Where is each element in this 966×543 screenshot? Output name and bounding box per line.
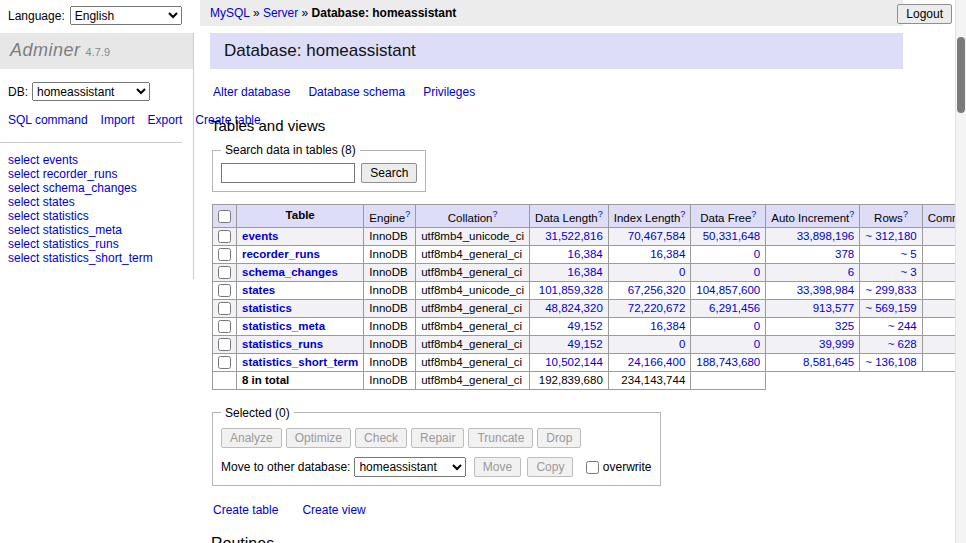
data-free-link[interactable]: 6,291,456	[709, 302, 760, 314]
db-select[interactable]: homeassistant	[32, 82, 150, 101]
data-length-link[interactable]: 49,152	[568, 320, 603, 332]
auto-increment-link[interactable]: 33,398,984	[797, 284, 855, 296]
breadcrumb-link-server[interactable]: Server	[263, 6, 298, 20]
index-length-link[interactable]: 16,384	[650, 320, 685, 332]
overwrite-checkbox[interactable]	[586, 461, 599, 474]
table-link-statistics-short-term[interactable]: statistics_short_term	[242, 356, 358, 368]
analyze-button[interactable]: Analyze	[221, 428, 282, 448]
scrollbar-thumb[interactable]	[957, 37, 965, 113]
rows-count-link[interactable]: ~ 136,108	[865, 356, 916, 368]
rows-count-link[interactable]: ~ 299,833	[865, 284, 916, 296]
index-length-link[interactable]: 0	[679, 266, 685, 278]
index-length-link[interactable]: 24,166,400	[628, 356, 686, 368]
row-checkbox[interactable]	[218, 320, 231, 333]
index-length-link[interactable]: 72,220,672	[628, 302, 686, 314]
create-table-link[interactable]: Create table	[213, 503, 278, 517]
index-length-link[interactable]: 70,467,584	[628, 230, 686, 242]
check-button[interactable]: Check	[355, 428, 407, 448]
auto-increment-link[interactable]: 325	[835, 320, 854, 332]
auto-increment-link[interactable]: 33,898,196	[797, 230, 855, 242]
optimize-button[interactable]: Optimize	[286, 428, 351, 448]
data-length-link[interactable]: 10,502,144	[545, 356, 603, 368]
index-length-link[interactable]: 0	[679, 338, 685, 350]
alter-database-link[interactable]: Alter database	[213, 85, 290, 99]
auto-increment-link[interactable]: 6	[848, 266, 854, 278]
privileges-link[interactable]: Privileges	[423, 85, 475, 99]
row-checkbox[interactable]	[218, 338, 231, 351]
rows-count-link[interactable]: ~ 628	[888, 338, 917, 350]
repair-button[interactable]: Repair	[411, 428, 464, 448]
move-db-select[interactable]: homeassistant	[354, 457, 466, 477]
help-link[interactable]: ?	[849, 209, 854, 219]
move-button[interactable]: Move	[474, 457, 521, 477]
row-checkbox[interactable]	[218, 284, 231, 297]
table-link-statistics[interactable]: statistics	[242, 302, 292, 314]
help-link[interactable]: ?	[405, 209, 410, 219]
select-all-checkbox[interactable]	[218, 210, 231, 223]
table-link-statistics-runs[interactable]: statistics_runs	[242, 338, 323, 350]
rows-count-link[interactable]: ~ 312,180	[865, 230, 916, 242]
auto-increment-link[interactable]: 378	[835, 248, 854, 260]
auto-increment-link[interactable]: 8,581,645	[803, 356, 854, 368]
sidebar-item-recorder-runs[interactable]: select recorder_runs	[8, 167, 185, 181]
rows-count-link[interactable]: ~ 244	[888, 320, 917, 332]
database-schema-link[interactable]: Database schema	[308, 85, 405, 99]
rows-count-link[interactable]: ~ 569,159	[865, 302, 916, 314]
sidebar-item-statistics[interactable]: select statistics	[8, 209, 185, 223]
table-link-recorder-runs[interactable]: recorder_runs	[242, 248, 320, 260]
drop-button[interactable]: Drop	[537, 428, 581, 448]
copy-button[interactable]: Copy	[527, 457, 573, 477]
data-free-link[interactable]: 0	[754, 248, 760, 260]
index-length-link[interactable]: 16,384	[650, 248, 685, 260]
table-link-events[interactable]: events	[242, 230, 278, 242]
sidebar-item-statistics-short-term[interactable]: select statistics_short_term	[8, 251, 185, 265]
data-length-link[interactable]: 16,384	[568, 266, 603, 278]
brand-name[interactable]: Adminer	[10, 40, 81, 60]
data-free-link[interactable]: 188,743,680	[696, 356, 760, 368]
index-length-link[interactable]: 67,256,320	[628, 284, 686, 296]
rows-count-link[interactable]: ~ 3	[900, 266, 916, 278]
row-checkbox[interactable]	[218, 230, 231, 243]
sidebar-item-statistics-meta[interactable]: select statistics_meta	[8, 223, 185, 237]
data-free-link[interactable]: 0	[754, 338, 760, 350]
help-link[interactable]: ?	[680, 209, 685, 219]
sidebar-item-schema-changes[interactable]: select schema_changes	[8, 181, 185, 195]
sidebar-item-states[interactable]: select states	[8, 195, 185, 209]
create-view-link[interactable]: Create view	[302, 503, 365, 517]
data-length-link[interactable]: 16,384	[568, 248, 603, 260]
data-free-link[interactable]: 0	[754, 266, 760, 278]
search-input[interactable]	[221, 163, 355, 183]
help-link[interactable]: ?	[751, 209, 756, 219]
help-link[interactable]: ?	[598, 209, 603, 219]
row-checkbox[interactable]	[218, 266, 231, 279]
menu-sql-command-link[interactable]: SQL command	[8, 113, 88, 127]
auto-increment-link[interactable]: 39,999	[819, 338, 854, 350]
row-checkbox[interactable]	[218, 248, 231, 261]
table-link-statistics-meta[interactable]: statistics_meta	[242, 320, 325, 332]
row-checkbox[interactable]	[218, 302, 231, 315]
row-checkbox[interactable]	[218, 356, 231, 369]
sidebar-item-events[interactable]: select events	[8, 153, 185, 167]
help-link[interactable]: ?	[903, 209, 908, 219]
truncate-button[interactable]: Truncate	[468, 428, 533, 448]
data-free-link[interactable]: 0	[754, 320, 760, 332]
breadcrumb-link-mysql[interactable]: MySQL	[210, 6, 250, 20]
language-select[interactable]: English	[70, 6, 182, 25]
menu-import-link[interactable]: Import	[101, 113, 135, 127]
table-link-states[interactable]: states	[242, 284, 275, 296]
data-free-link[interactable]: 50,331,648	[703, 230, 761, 242]
table-link-schema-changes[interactable]: schema_changes	[242, 266, 338, 278]
rows-count-link[interactable]: ~ 5	[900, 248, 916, 260]
menu-export-link[interactable]: Export	[148, 113, 183, 127]
data-length-link[interactable]: 49,152	[568, 338, 603, 350]
data-length-link[interactable]: 48,824,320	[545, 302, 603, 314]
scrollbar-track[interactable]	[955, 0, 966, 543]
logout-button[interactable]: Logout	[897, 4, 952, 24]
sidebar-item-statistics-runs[interactable]: select statistics_runs	[8, 237, 185, 251]
data-free-link[interactable]: 104,857,600	[696, 284, 760, 296]
data-length-link[interactable]: 31,522,816	[545, 230, 603, 242]
search-button[interactable]: Search	[361, 163, 417, 183]
auto-increment-link[interactable]: 913,577	[813, 302, 855, 314]
help-link[interactable]: ?	[492, 209, 497, 219]
data-length-link[interactable]: 101,859,328	[539, 284, 603, 296]
